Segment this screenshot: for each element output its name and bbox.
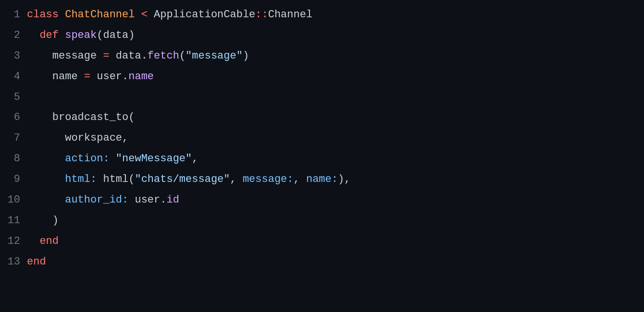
code-token: , [230,173,243,185]
code-token: user [128,194,160,206]
code-token: . [122,71,128,83]
code-token: Channel [268,9,312,21]
code-token: html [97,173,128,185]
code-content[interactable]: end [27,252,644,273]
code-content[interactable]: action: "newMessage", [27,149,644,169]
code-content[interactable]: name = user.name [27,67,644,87]
code-token: def [39,29,65,41]
code-content[interactable]: def speak(data) [27,25,644,46]
code-token: action: [65,153,109,165]
code-token: :: [255,9,268,21]
code-token: name: [306,173,338,185]
code-content[interactable]: end [27,231,644,252]
code-token: , [122,132,128,144]
code-token: author_id: [65,194,128,206]
code-token: < [135,9,154,21]
code-line[interactable]: 2 def speak(data) [0,25,644,46]
line-number: 13 [0,252,27,273]
code-token: "chats/message" [135,173,230,185]
code-line[interactable]: 5 [0,87,644,108]
code-line[interactable]: 8 action: "newMessage", [0,149,644,169]
code-line[interactable]: 12 end [0,231,644,252]
code-token: message [52,50,103,62]
line-number: 11 [0,211,27,231]
code-editor[interactable]: 1class ChatChannel < ApplicationCable::C… [0,5,644,273]
code-line[interactable]: 1class ChatChannel < ApplicationCable::C… [0,5,644,25]
code-line[interactable]: 3 message = data.fetch("message") [0,46,644,67]
code-token: fetch [148,50,179,62]
code-content[interactable]: workspace, [27,128,644,149]
code-token: = [103,50,109,62]
code-token: ChatChannel [65,9,135,21]
line-number: 3 [0,46,27,67]
code-token: = [84,71,90,83]
line-number: 6 [0,108,27,128]
code-token: speak [65,29,97,41]
code-token: . [141,50,148,62]
code-token: , [294,173,306,185]
code-line[interactable]: 13end [0,252,644,273]
code-token: . [160,194,166,206]
code-token: end [27,256,46,268]
code-token: ) [128,29,135,41]
code-token: message: [243,173,294,185]
code-token: workspace [65,132,122,144]
code-content[interactable]: broadcast_to( [27,108,644,128]
code-token: end [39,235,59,247]
code-token: class [27,9,65,21]
line-number: 5 [0,87,27,108]
code-token: , [192,153,198,165]
code-line[interactable]: 4 name = user.name [0,67,644,87]
code-content[interactable]: message = data.fetch("message") [27,46,644,67]
line-number: 1 [0,5,27,25]
code-token: ( [179,50,186,62]
code-content[interactable]: author_id: user.id [27,190,644,211]
code-token: ) [338,173,344,185]
code-token: user [90,71,122,83]
code-content[interactable]: ) [27,211,644,231]
code-token [110,153,116,165]
code-token: ( [128,173,135,185]
code-token: name [128,71,154,83]
code-token: ( [128,111,135,123]
code-token: ( [97,29,103,41]
line-number: 8 [0,149,27,169]
line-number: 4 [0,67,27,87]
line-number: 12 [0,231,27,252]
line-number: 7 [0,128,27,149]
code-token: ApplicationCable [154,9,255,21]
code-token: name [52,71,84,83]
code-token: "message" [186,50,243,62]
code-line[interactable]: 7 workspace, [0,128,644,149]
code-line[interactable]: 11 ) [0,211,644,231]
line-number: 2 [0,25,27,46]
code-token: ) [243,50,249,62]
code-token: html: [65,173,97,185]
code-token: , [344,173,350,185]
code-content[interactable]: html: html("chats/message", message:, na… [27,169,644,190]
code-token: id [166,194,179,206]
code-line[interactable]: 9 html: html("chats/message", message:, … [0,169,644,190]
code-content[interactable]: class ChatChannel < ApplicationCable::Ch… [27,5,644,25]
code-line[interactable]: 6 broadcast_to( [0,108,644,128]
line-number: 9 [0,169,27,190]
code-token: ) [52,215,59,227]
code-token: broadcast_to [52,111,128,123]
code-token: "newMessage" [116,153,192,165]
line-number: 10 [0,190,27,211]
code-line[interactable]: 10 author_id: user.id [0,190,644,211]
code-token: data [110,50,141,62]
code-token: data [103,29,128,41]
